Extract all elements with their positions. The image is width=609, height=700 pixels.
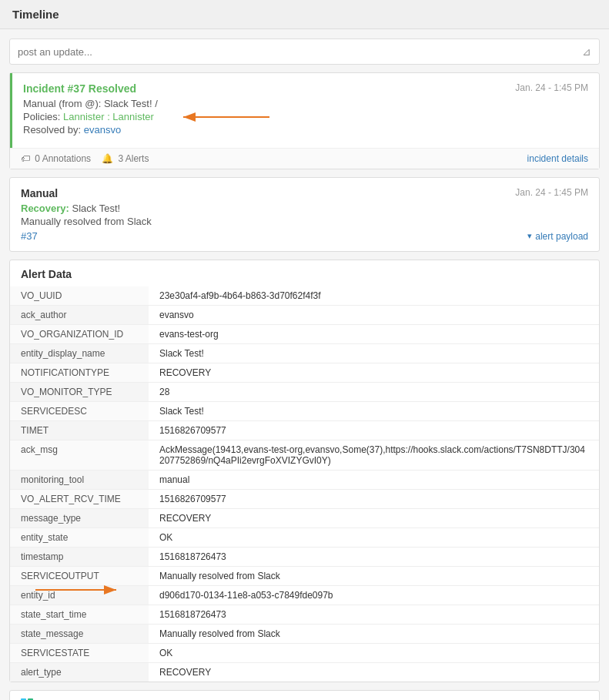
annotation-icon: 🏷 bbox=[21, 153, 30, 164]
table-cell-key: SERVICESTATE bbox=[10, 644, 149, 663]
alert-data-card: Alert Data VO_UUID23e30af4-af9b-4b64-b86… bbox=[9, 260, 600, 682]
recovery-text: Slack Test! bbox=[72, 203, 121, 214]
table-row: message_typeRECOVERY bbox=[10, 509, 599, 528]
page-title: Timeline bbox=[12, 8, 597, 21]
manual-description: Manually resolved from Slack bbox=[21, 216, 588, 227]
policies-label: Policies: bbox=[23, 111, 60, 122]
table-cell-key: VO_MONITOR_TYPE bbox=[10, 383, 149, 402]
annotations-count: 🏷 0 Annotations bbox=[21, 153, 91, 164]
table-cell-key: VO_UUID bbox=[10, 286, 149, 306]
table-row: state_messageManually resolved from Slac… bbox=[10, 625, 599, 644]
table-row: SERVICEOUTPUTManually resolved from Slac… bbox=[10, 567, 599, 586]
table-cell-key: VO_ORGANIZATION_ID bbox=[10, 325, 149, 344]
table-row: SERVICEDESCSlack Test! bbox=[10, 402, 599, 421]
table-row: VO_UUID23e30af4-af9b-4b64-b863-3d70f62f4… bbox=[10, 286, 599, 306]
table-row: alert_typeRECOVERY bbox=[10, 663, 599, 682]
table-row: entity_idd906d170-0134-11e8-a053-c7849fd… bbox=[10, 586, 599, 605]
incident-policies: Policies: Lannister : Lannister bbox=[23, 111, 588, 122]
table-cell-value: AckMessage(19413,evans-test-org,evansvo,… bbox=[149, 440, 599, 471]
policies-arrow bbox=[177, 109, 277, 125]
incident-card: Incident #37 Resolved Jan. 24 - 1:45 PM … bbox=[9, 72, 600, 169]
table-cell-key: state_start_time bbox=[10, 605, 149, 625]
table-cell-key: ack_msg bbox=[10, 440, 149, 471]
alert-payload-link[interactable]: alert payload bbox=[535, 231, 588, 242]
table-row: monitoring_toolmanual bbox=[10, 471, 599, 490]
table-row: ack_authorevansvo bbox=[10, 306, 599, 325]
manual-recovery: Recovery: Slack Test! bbox=[21, 203, 588, 214]
table-cell-value: RECOVERY bbox=[149, 509, 599, 528]
page-header: Timeline bbox=[0, 0, 609, 29]
incident-timestamp: Jan. 24 - 1:45 PM bbox=[515, 82, 588, 93]
table-cell-value: evans-test-org bbox=[149, 325, 599, 344]
table-cell-key: entity_state bbox=[10, 528, 149, 548]
table-row: VO_MONITOR_TYPE28 bbox=[10, 383, 599, 402]
table-cell-key: entity_display_name bbox=[10, 344, 149, 363]
table-cell-value: Manually resolved from Slack bbox=[149, 625, 599, 644]
post-update-input[interactable] bbox=[18, 46, 582, 58]
table-row: VO_ALERT_RCV_TIME1516826709577 bbox=[10, 490, 599, 509]
table-cell-value: 1516826709577 bbox=[149, 490, 599, 509]
table-cell-value: 1516818726473 bbox=[149, 605, 599, 625]
table-cell-value: OK bbox=[149, 528, 599, 548]
table-cell-key: SERVICEDESC bbox=[10, 402, 149, 421]
table-cell-key: message_type bbox=[10, 509, 149, 528]
table-cell-key: alert_type bbox=[10, 663, 149, 682]
table-row: NOTIFICATIONTYPERECOVERY bbox=[10, 363, 599, 383]
manual-timestamp: Jan. 24 - 1:45 PM bbox=[515, 187, 588, 198]
alert-data-title: Alert Data bbox=[10, 260, 599, 286]
recovery-prefix: Recovery: bbox=[21, 203, 69, 214]
table-row: SERVICESTATEOK bbox=[10, 644, 599, 663]
incident-title: Incident #37 Resolved bbox=[23, 82, 136, 95]
table-cell-key: entity_id bbox=[10, 586, 149, 605]
table-row: entity_stateOK bbox=[10, 528, 599, 548]
table-cell-key: NOTIFICATIONTYPE bbox=[10, 363, 149, 383]
table-cell-key: ack_author bbox=[10, 306, 149, 325]
table-cell-key: timestamp bbox=[10, 548, 149, 567]
table-cell-value: Slack Test! bbox=[149, 344, 599, 363]
table-cell-value: RECOVERY bbox=[149, 363, 599, 383]
table-cell-value: evansvo bbox=[149, 306, 599, 325]
manual-number-link[interactable]: #37 bbox=[21, 230, 38, 242]
post-update-bar: ⊿ bbox=[9, 39, 600, 65]
manual-card: Manual Jan. 24 - 1:45 PM Recovery: Slack… bbox=[9, 177, 600, 252]
incident-details-link[interactable]: incident details bbox=[527, 153, 588, 164]
table-cell-key: SERVICEOUTPUT bbox=[10, 567, 149, 586]
table-cell-value: d906d170-0134-11e8-a053-c7849fde097b bbox=[149, 586, 599, 605]
alerts-count: 🔔 3 Alerts bbox=[102, 153, 149, 164]
table-cell-value: Slack Test! bbox=[149, 402, 599, 421]
incident-subtitle: Manual (from @): Slack Test! / bbox=[23, 98, 588, 109]
filter-icon[interactable]: ⊿ bbox=[582, 45, 591, 58]
policies-link[interactable]: Lannister : Lannister bbox=[63, 111, 154, 122]
table-cell-value: 1516818726473 bbox=[149, 548, 599, 567]
table-cell-value: 23e30af4-af9b-4b64-b863-3d70f62f4f3f bbox=[149, 286, 599, 306]
table-cell-key: VO_ALERT_RCV_TIME bbox=[10, 490, 149, 509]
table-cell-value: RECOVERY bbox=[149, 663, 599, 682]
table-cell-value: 1516826709577 bbox=[149, 421, 599, 440]
table-cell-value: 28 bbox=[149, 383, 599, 402]
chevron-down-icon: ▾ bbox=[527, 231, 532, 241]
resolved-link[interactable]: evansvo bbox=[84, 124, 121, 136]
table-cell-key: state_message bbox=[10, 625, 149, 644]
main-content: ⊿ Incident #37 Resolved Jan. 24 - 1:45 P… bbox=[0, 29, 609, 700]
table-cell-value: Manually resolved from Slack bbox=[149, 567, 599, 586]
table-row: TIMET1516826709577 bbox=[10, 421, 599, 440]
table-row: ack_msgAckMessage(19413,evans-test-org,e… bbox=[10, 440, 599, 471]
table-cell-key: TIMET bbox=[10, 421, 149, 440]
table-row: timestamp1516818726473 bbox=[10, 548, 599, 567]
resolved-label: Resolved by: bbox=[23, 124, 81, 136]
table-row: entity_display_nameSlack Test! bbox=[10, 344, 599, 363]
comments-container: @evansvo Jan. 24 - 1:22 PM super cool! › bbox=[9, 690, 600, 700]
manual-type: Manual bbox=[21, 187, 58, 199]
alert-table: VO_UUID23e30af4-af9b-4b64-b863-3d70f62f4… bbox=[10, 286, 599, 682]
bell-icon: 🔔 bbox=[102, 153, 113, 164]
table-cell-key: monitoring_tool bbox=[10, 471, 149, 490]
table-cell-value: manual bbox=[149, 471, 599, 490]
comment-card: @evansvo Jan. 24 - 1:22 PM super cool! › bbox=[9, 690, 600, 700]
incident-resolved: Resolved by: evansvo bbox=[23, 124, 588, 136]
table-row: state_start_time1516818726473 bbox=[10, 605, 599, 625]
table-row: VO_ORGANIZATION_IDevans-test-org bbox=[10, 325, 599, 344]
table-cell-value: OK bbox=[149, 644, 599, 663]
